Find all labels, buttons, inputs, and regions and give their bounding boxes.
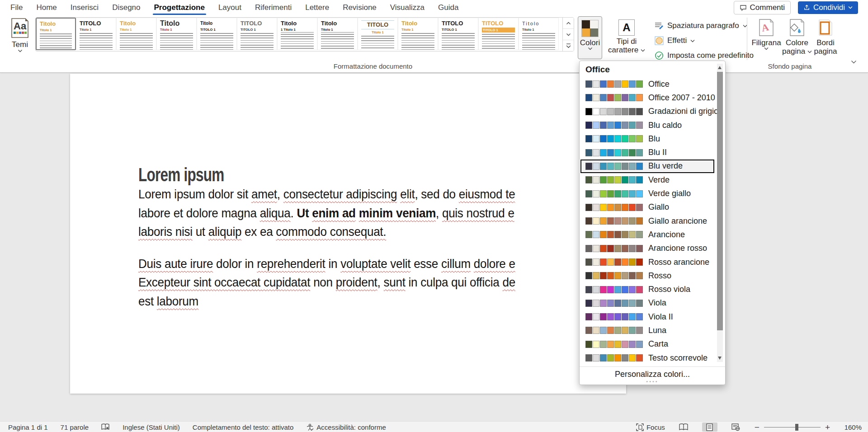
style-thumbnail[interactable]: TITOLOTITOLO 1: [237, 18, 277, 50]
page-number-status[interactable]: Pagina 1 di 1: [8, 423, 48, 431]
dropdown-resize-grip[interactable]: ••••: [580, 379, 725, 384]
gallery-scroll-up-button[interactable]: [563, 18, 574, 29]
scroll-down-arrow-icon[interactable]: [718, 357, 722, 360]
color-scheme-option-verde-giallo[interactable]: Verde giallo: [580, 187, 714, 200]
effects-button[interactable]: Effetti: [655, 36, 695, 45]
thumbnail-subtitle: Titolo 1: [80, 28, 113, 32]
color-scheme-option-verde[interactable]: Verde: [580, 173, 714, 187]
collapse-ribbon-chevron[interactable]: [851, 60, 857, 64]
comments-button[interactable]: Commenti: [734, 1, 791, 14]
color-scheme-option-rosso-viola[interactable]: Rosso viola: [580, 282, 714, 296]
color-scheme-option-luna[interactable]: Luna: [580, 324, 714, 337]
scrollbar-thumb[interactable]: [717, 72, 723, 330]
color-scheme-option-carta[interactable]: Carta: [580, 338, 714, 351]
menu-tab-visualizza[interactable]: Visualizza: [383, 0, 431, 15]
zoom-in-button[interactable]: +: [825, 423, 830, 432]
style-thumbnail[interactable]: TitoloTitolo 1: [116, 18, 156, 50]
style-thumbnail[interactable]: TitoloTitolo 1: [36, 18, 76, 50]
menu-tab-revisione[interactable]: Revisione: [336, 0, 383, 15]
palette-swatches: [585, 286, 643, 293]
style-thumbnail[interactable]: TITOLOTITOLO 1: [478, 18, 519, 50]
color-scheme-option-rosso[interactable]: Rosso: [580, 269, 714, 282]
gallery-more-button[interactable]: [563, 40, 574, 51]
customize-colors-button[interactable]: Personalizza colori...: [580, 366, 725, 379]
print-layout-button[interactable]: [702, 423, 717, 432]
set-as-default-button[interactable]: Imposta come predefinito: [655, 51, 754, 60]
style-thumbnail[interactable]: TitoloTitolo 1: [156, 18, 197, 50]
zoom-out-button[interactable]: −: [755, 423, 760, 432]
share-button[interactable]: Condividi: [798, 1, 858, 14]
menu-tab-lettere[interactable]: Lettere: [298, 0, 336, 15]
palette-swatch: [614, 94, 621, 101]
scroll-up-arrow-icon[interactable]: [718, 66, 722, 69]
palette-swatch: [593, 149, 599, 156]
thumbnail-body-lines: [40, 33, 72, 50]
themes-button[interactable]: Aa Temi: [6, 18, 33, 61]
color-scheme-option-giallo-arancione[interactable]: Giallo arancione: [580, 214, 714, 228]
style-thumbnail[interactable]: TitoloTITOLO 1: [197, 18, 237, 50]
color-scheme-option-office-2007-2010[interactable]: Office 2007 - 2010: [580, 91, 714, 104]
palette-swatches: [585, 258, 643, 266]
color-scheme-option-blu[interactable]: Blu: [580, 132, 714, 146]
menu-tab-disegno[interactable]: Disegno: [105, 0, 147, 15]
color-scheme-option-rosso-arancione[interactable]: Rosso arancione: [580, 255, 714, 269]
style-thumbnail[interactable]: TitoloTitolo 1: [317, 18, 358, 50]
menu-tab-progettazione[interactable]: Progettazione: [147, 0, 212, 15]
style-thumbnail[interactable]: TITOLOTitolo 1: [358, 18, 398, 50]
palette-swatch: [593, 258, 599, 266]
style-thumbnail[interactable]: TITOLOTITOLO 1: [438, 18, 478, 50]
read-mode-button[interactable]: [676, 423, 691, 432]
document-page[interactable]: Lorem ipsum Lorem ipsum dolor sit amet, …: [70, 74, 626, 394]
paragraph-spacing-button[interactable]: Spaziatura paragrafo: [655, 21, 747, 30]
proofing-errors-icon[interactable]: [101, 423, 110, 431]
color-scheme-option-gradazioni-di-grigio[interactable]: Gradazioni di grigio: [580, 105, 714, 118]
color-scheme-option-viola[interactable]: Viola: [580, 296, 714, 310]
color-grid-icon: [581, 20, 599, 37]
color-scheme-option-blu-verde[interactable]: Blu verde: [580, 160, 714, 173]
color-scheme-option-arancione[interactable]: Arancione: [580, 228, 714, 241]
menu-tab-inserisci[interactable]: Inserisci: [64, 0, 105, 15]
color-scheme-option-arancione-rosso[interactable]: Arancione rosso: [580, 242, 714, 255]
color-scheme-option-blu-caldo[interactable]: Blu caldo: [580, 118, 714, 132]
text-completion-status[interactable]: Completamento del testo: attivato: [193, 423, 293, 431]
language-status[interactable]: Inglese (Stati Uniti): [123, 423, 180, 431]
menu-tab-file[interactable]: File: [4, 0, 29, 15]
palette-swatch: [614, 190, 621, 197]
color-scheme-label: Verde: [648, 175, 670, 185]
web-layout-button[interactable]: [728, 423, 744, 432]
dropdown-scrollbar[interactable]: [717, 64, 723, 362]
menu-tab-home[interactable]: Home: [29, 0, 63, 15]
text-line: labore et dolore magna aliqua. Ut enim a…: [138, 204, 515, 223]
thumbnail-subtitle: TITOLO 1: [200, 28, 233, 32]
focus-icon: [636, 423, 644, 431]
page-color-button[interactable]: Colore pagina: [782, 19, 812, 56]
color-scheme-option-blu-ii[interactable]: Blu II: [580, 146, 714, 159]
zoom-slider-thumb[interactable]: [795, 424, 798, 431]
thumbnail-subtitle: Titolo 1: [522, 28, 555, 32]
theme-fonts-button[interactable]: A Tipi di carattere: [604, 16, 649, 59]
palette-swatch: [600, 313, 607, 320]
palette-swatch: [607, 245, 614, 252]
zoom-percentage[interactable]: 160%: [841, 423, 862, 431]
style-thumbnail[interactable]: TitoloTitolo 1: [519, 18, 559, 50]
style-thumbnail[interactable]: Titolo1 Titolo 1: [277, 18, 317, 50]
theme-colors-button[interactable]: Colori: [578, 16, 602, 59]
zoom-slider-track[interactable]: [764, 427, 821, 427]
color-scheme-option-viola-ii[interactable]: Viola II: [580, 310, 714, 324]
focus-mode-button[interactable]: Focus: [636, 423, 665, 431]
style-thumbnail[interactable]: TITOLOTitolo 1: [76, 18, 116, 50]
watermark-button[interactable]: A Filigrana: [751, 19, 781, 50]
menu-tab-guida[interactable]: Guida: [431, 0, 465, 15]
text-run: in culpa qui officia: [406, 275, 503, 289]
accessibility-status[interactable]: Accessibilità: conforme: [306, 423, 386, 431]
color-scheme-option-testo-scorrevole[interactable]: Testo scorrevole: [580, 351, 714, 365]
word-count-status[interactable]: 71 parole: [61, 423, 89, 431]
gallery-scroll-down-button[interactable]: [563, 29, 574, 40]
page-borders-button[interactable]: Bordi pagina: [812, 19, 839, 56]
style-thumbnail[interactable]: TitoloTitolo 1: [398, 18, 438, 50]
color-scheme-option-office[interactable]: Office: [580, 77, 714, 91]
menu-tab-layout[interactable]: Layout: [212, 0, 248, 15]
menu-tab-riferimenti[interactable]: Riferimenti: [248, 0, 298, 15]
color-scheme-option-giallo[interactable]: Giallo: [580, 201, 714, 214]
color-scheme-list: OfficeOffice 2007 - 2010Gradazioni di gr…: [580, 77, 714, 365]
